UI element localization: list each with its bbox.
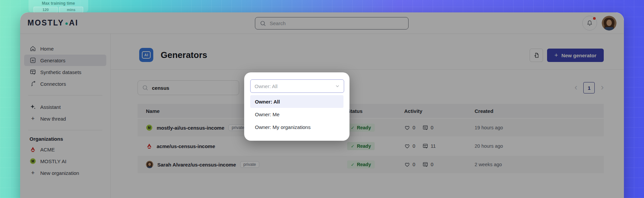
ghost-unit: mins [59,7,83,13]
owner-option-my-organizations[interactable]: Owner: My organizations [250,121,343,133]
owner-filter-spotlight: Owner: All Owner: All Owner: Me Owner: M… [244,72,350,141]
ghost-label: Max training time [29,0,88,6]
owner-filter-menu: Owner: All Owner: Me Owner: My organizat… [250,95,343,133]
owner-option-me[interactable]: Owner: Me [250,108,343,121]
owner-filter-value: Owner: All [255,83,277,89]
chevron-down-icon [335,84,340,88]
app-window: MOSTLY AI [20,12,624,198]
owner-option-all[interactable]: Owner: All [250,95,343,108]
background-ghost-panel: Max training time 120 mins [29,0,88,12]
ghost-value: 120 [34,7,58,13]
owner-filter-select[interactable]: Owner: All [250,79,344,93]
